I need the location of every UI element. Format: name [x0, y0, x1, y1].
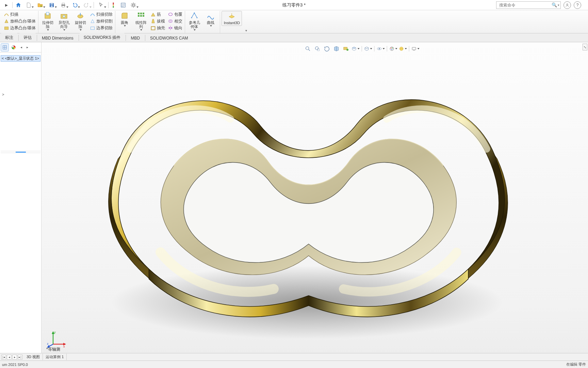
- panel-splitter[interactable]: [1, 151, 40, 153]
- tab-sw-addins[interactable]: SOLIDWORKS 插件: [79, 33, 125, 42]
- feature-manager-tab-bar: ◂ ▸: [0, 42, 41, 52]
- draft-label: 拔模: [157, 18, 165, 24]
- graphics-viewport[interactable]: ⤡: [42, 42, 588, 353]
- view-tab-first-icon[interactable]: |◂: [1, 355, 6, 359]
- feature-tree-tab[interactable]: [1, 43, 9, 51]
- svg-rect-1: [50, 3, 53, 4]
- shell-label: 抽壳: [157, 25, 165, 31]
- revolve-cut-button[interactable]: 旋转切除: [72, 11, 88, 31]
- status-bar: um 2021 SP0.0 在编辑 零件: [0, 361, 588, 368]
- view-tab-next-icon[interactable]: ▸: [12, 355, 17, 359]
- curves-button[interactable]: 曲线: [203, 11, 218, 27]
- motion-view-tabs: |◂ ◂ ▸ ▸| 3D 视图 运动算例 1: [0, 353, 588, 361]
- boundary-cut-button[interactable]: 边界切除: [89, 25, 114, 31]
- cut-extrude-button[interactable]: 拉伸切除: [40, 11, 55, 31]
- instant3d-button[interactable]: Instant3D: [222, 11, 242, 26]
- menu-caret-button[interactable]: ▸: [2, 1, 11, 9]
- svg-point-28: [63, 15, 65, 17]
- display-state-row[interactable]: < <默认>_显示状态 1>: [1, 55, 40, 62]
- svg-text:z: z: [47, 342, 49, 346]
- svg-rect-30: [91, 27, 95, 30]
- sweep-cut-button[interactable]: 扫描切除: [89, 11, 114, 18]
- sweep-button[interactable]: 扫描: [3, 11, 19, 18]
- instant3d-label: Instant3D: [224, 21, 240, 25]
- ribbon-group-pattern: 圆角 线性阵列 筋 拔模 抽壳 包覆 相交 镜向: [115, 11, 185, 33]
- svg-rect-26: [46, 12, 49, 15]
- collapse-panel-button[interactable]: ⤡: [583, 44, 587, 50]
- draft-button[interactable]: 拔模: [149, 18, 166, 25]
- ribbon-group-instant3d: Instant3D: [220, 11, 243, 33]
- loft-boss-button[interactable]: 放样凸台/基体: [3, 18, 37, 25]
- svg-rect-6: [113, 2, 114, 4]
- options-gear-button[interactable]: [128, 1, 139, 9]
- print-button[interactable]: [58, 1, 69, 9]
- redo-button[interactable]: [81, 1, 92, 9]
- tab-sw-cam[interactable]: SOLIDWORKS CAM: [146, 34, 192, 42]
- ribbon-features: 扫描 放样凸台/基体 边界凸台/基体 拉伸切除 异型孔向导 旋转切除: [0, 10, 588, 33]
- sweep-label: 扫描: [10, 12, 18, 17]
- ribbon-group-reference: 参考几何体 曲线: [185, 11, 220, 33]
- search-icon[interactable]: 🔍: [552, 2, 557, 7]
- select-tool-button[interactable]: [95, 1, 107, 9]
- undo-button[interactable]: [69, 1, 81, 9]
- ribbon-overflow-caret[interactable]: ▾: [243, 28, 249, 33]
- svg-rect-37: [151, 27, 155, 30]
- intersect-button[interactable]: 相交: [167, 18, 183, 25]
- search-input[interactable]: [499, 3, 550, 7]
- svg-rect-34: [138, 15, 140, 17]
- help-button[interactable]: ?: [574, 1, 581, 9]
- svg-point-54: [391, 48, 392, 49]
- separator: [126, 35, 126, 41]
- fillet-button[interactable]: 圆角: [117, 11, 132, 27]
- qat-right-group: 🔍 ▾ ?: [496, 1, 586, 9]
- boundary-cut-label: 边界切除: [96, 25, 113, 31]
- separator: [94, 2, 94, 8]
- new-document-button[interactable]: [23, 1, 34, 9]
- rebuild-button[interactable]: [110, 1, 119, 9]
- status-version: um 2021 SP0.0: [2, 363, 28, 367]
- home-button[interactable]: [14, 1, 23, 9]
- appearance-tab[interactable]: [10, 43, 18, 51]
- linear-pattern-button[interactable]: 线性阵列: [133, 11, 149, 31]
- command-manager-tabs: 标注 评估 MBD Dimensions SOLIDWORKS 插件 MBD S…: [0, 33, 588, 42]
- tab-mbd-dimensions[interactable]: MBD Dimensions: [37, 34, 78, 42]
- panel-nav-right[interactable]: ▸: [24, 43, 30, 51]
- tree-expand-caret[interactable]: >: [1, 92, 40, 96]
- ref-geometry-button[interactable]: 参考几何体: [186, 11, 202, 31]
- svg-point-42: [191, 17, 192, 18]
- tab-evaluate[interactable]: 评估: [19, 33, 36, 42]
- shell-button[interactable]: 抽壳: [149, 25, 166, 31]
- tab-mbd[interactable]: MBD: [126, 34, 144, 42]
- view-tab-last-icon[interactable]: ▸|: [18, 355, 22, 359]
- model-render: [59, 49, 555, 349]
- separator: [12, 2, 13, 8]
- boundary-boss-button[interactable]: 边界凸台/基体: [3, 25, 37, 31]
- view-tab-prev-icon[interactable]: ◂: [7, 355, 12, 359]
- svg-point-38: [169, 13, 173, 16]
- view-tab-3d[interactable]: 3D 视图: [24, 354, 43, 360]
- svg-point-23: [567, 4, 568, 5]
- feature-tree-body[interactable]: < <默认>_显示状态 1> >: [0, 52, 41, 353]
- svg-rect-4: [62, 3, 65, 5]
- document-properties-button[interactable]: [119, 1, 128, 9]
- curves-label: 曲线: [207, 20, 214, 25]
- svg-rect-2: [51, 5, 53, 7]
- panel-nav-left[interactable]: ◂: [18, 43, 24, 51]
- user-account-button[interactable]: [564, 1, 571, 9]
- cut-extrude-label: 拉伸切除: [40, 20, 55, 29]
- tab-annotate[interactable]: 标注: [1, 33, 18, 42]
- save-button[interactable]: [46, 1, 58, 9]
- ribbon-group-boss: 扫描 放样凸台/基体 边界凸台/基体: [1, 11, 38, 33]
- mirror-button[interactable]: 镜向: [167, 25, 183, 31]
- svg-text:y: y: [54, 331, 56, 334]
- search-dropdown-caret[interactable]: ▾: [558, 3, 559, 7]
- search-command-box[interactable]: 🔍 ▾: [496, 1, 561, 9]
- orientation-triad-icon[interactable]: y x z: [46, 328, 67, 348]
- loft-cut-button[interactable]: 放样切割: [89, 18, 114, 25]
- svg-point-43: [197, 17, 198, 18]
- wrap-button[interactable]: 包覆: [167, 11, 183, 18]
- hole-wizard-button[interactable]: 异型孔向导: [56, 11, 72, 31]
- rib-button[interactable]: 筋: [149, 11, 162, 18]
- view-tab-motion-study[interactable]: 运动算例 1: [43, 354, 67, 360]
- open-document-button[interactable]: [34, 1, 46, 9]
